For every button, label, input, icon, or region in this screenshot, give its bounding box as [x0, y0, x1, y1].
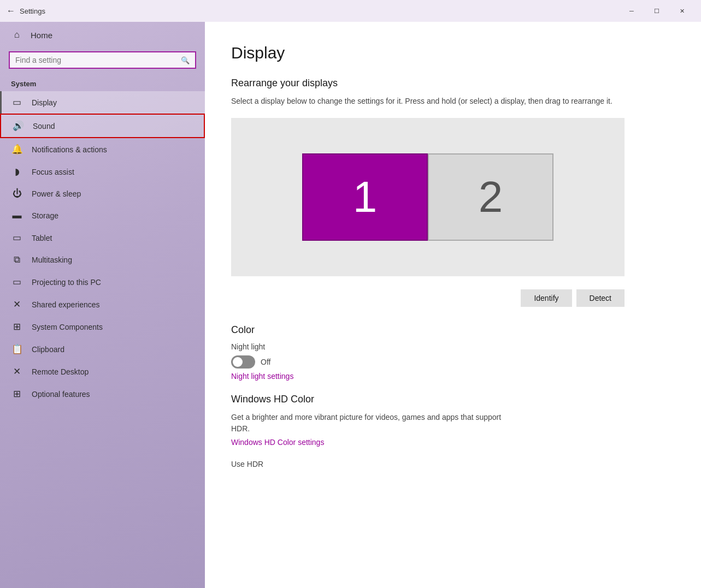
shared-icon: ✕ [11, 299, 23, 310]
clipboard-icon: 📋 [11, 343, 23, 355]
hd-color-title: Windows HD Color [231, 394, 675, 405]
storage-icon: ▬ [11, 210, 23, 221]
sidebar-item-multitasking[interactable]: ⧉ Multitasking [0, 249, 205, 271]
home-icon: ⌂ [11, 29, 23, 40]
night-light-settings-link[interactable]: Night light settings [231, 372, 675, 381]
identify-button[interactable]: Identify [521, 289, 572, 307]
rearrange-title: Rearrange your displays [231, 78, 675, 89]
display-icon: ▭ [11, 97, 23, 108]
optional-icon: ⊞ [11, 388, 23, 400]
sidebar-item-sound[interactable]: 🔊 Sound [0, 114, 205, 138]
tablet-icon: ▭ [11, 232, 23, 243]
home-label: Home [31, 31, 52, 40]
monitor-2[interactable]: 2 [428, 153, 553, 241]
hd-color-section: Windows HD Color Get a brighter and more… [231, 394, 675, 447]
app-title: Settings [20, 7, 619, 15]
sidebar-item-clipboard[interactable]: 📋 Clipboard [0, 338, 205, 360]
sidebar-item-optional[interactable]: ⊞ Optional features [0, 383, 205, 405]
remote-icon: ✕ [11, 366, 23, 377]
multitasking-icon: ⧉ [11, 254, 23, 265]
sidebar-item-focus-label: Focus assist [32, 168, 74, 176]
search-input[interactable] [15, 56, 181, 64]
night-light-toggle[interactable] [231, 355, 255, 369]
sidebar-item-notifications[interactable]: 🔔 Notifications & actions [0, 138, 205, 161]
sidebar-item-display-label: Display [32, 98, 57, 107]
components-icon: ⊞ [11, 321, 23, 332]
color-title: Color [231, 324, 675, 336]
rearrange-description: Select a display below to change the set… [231, 96, 625, 107]
sidebar-item-tablet-label: Tablet [32, 234, 52, 242]
sidebar-item-projecting[interactable]: ▭ Projecting to this PC [0, 271, 205, 293]
sidebar-item-components-label: System Components [32, 323, 103, 331]
sidebar-item-remote-label: Remote Desktop [32, 367, 89, 376]
projecting-icon: ▭ [11, 276, 23, 288]
power-icon: ⏻ [11, 188, 23, 199]
sidebar-item-tablet[interactable]: ▭ Tablet [0, 227, 205, 249]
sidebar-item-focus[interactable]: ◗ Focus assist [0, 161, 205, 183]
sidebar: ⌂ Home 🔍 System ▭ Display 🔊 Sound 🔔 Noti… [0, 22, 205, 588]
color-section: Color Night light Off Night light settin… [231, 324, 675, 381]
night-light-label: Night light [231, 342, 675, 351]
focus-icon: ◗ [11, 166, 23, 177]
sidebar-item-shared[interactable]: ✕ Shared experiences [0, 293, 205, 316]
detect-button[interactable]: Detect [576, 289, 625, 307]
sidebar-item-storage-label: Storage [32, 211, 58, 220]
search-icon: 🔍 [181, 56, 190, 64]
hd-color-description: Get a brighter and more vibrant picture … [231, 412, 515, 435]
page-title: Display [231, 44, 675, 62]
sidebar-item-remote[interactable]: ✕ Remote Desktop [0, 360, 205, 383]
display-arrangement-area[interactable]: 1 2 [231, 118, 625, 276]
main-layout: ⌂ Home 🔍 System ▭ Display 🔊 Sound 🔔 Noti… [0, 22, 701, 588]
minimize-button[interactable]: ─ [619, 2, 644, 20]
system-section-label: System [0, 75, 205, 91]
display-buttons: Identify Detect [231, 289, 625, 307]
sidebar-item-power[interactable]: ⏻ Power & sleep [0, 183, 205, 205]
night-light-row: Off [231, 355, 675, 369]
sidebar-item-storage[interactable]: ▬ Storage [0, 205, 205, 227]
sidebar-item-components[interactable]: ⊞ System Components [0, 316, 205, 338]
sidebar-item-power-label: Power & sleep [32, 189, 81, 198]
window-controls: ─ ☐ ✕ [619, 2, 694, 20]
close-button[interactable]: ✕ [669, 2, 694, 20]
sidebar-item-notifications-label: Notifications & actions [32, 145, 107, 154]
sidebar-item-shared-label: Shared experiences [32, 300, 100, 309]
hd-color-settings-link[interactable]: Windows HD Color settings [231, 438, 675, 447]
hdr-label: Use HDR [231, 460, 675, 468]
notifications-icon: 🔔 [11, 144, 23, 155]
maximize-button[interactable]: ☐ [644, 2, 669, 20]
sidebar-item-display[interactable]: ▭ Display [0, 91, 205, 114]
toggle-knob [233, 357, 243, 367]
sidebar-item-sound-label: Sound [33, 122, 55, 130]
monitor-1[interactable]: 1 [302, 153, 428, 241]
content-panel: Display Rearrange your displays Select a… [205, 22, 701, 588]
search-box[interactable]: 🔍 [9, 51, 196, 69]
sidebar-item-home[interactable]: ⌂ Home [0, 22, 205, 48]
toggle-state-label: Off [261, 358, 270, 366]
sidebar-item-optional-label: Optional features [32, 390, 90, 399]
titlebar: ← Settings ─ ☐ ✕ [0, 0, 701, 22]
sidebar-item-clipboard-label: Clipboard [32, 345, 64, 354]
sound-icon: 🔊 [12, 120, 24, 132]
sidebar-item-projecting-label: Projecting to this PC [32, 278, 101, 287]
back-button[interactable]: ← [7, 6, 15, 16]
sidebar-item-multitasking-label: Multitasking [32, 256, 72, 264]
